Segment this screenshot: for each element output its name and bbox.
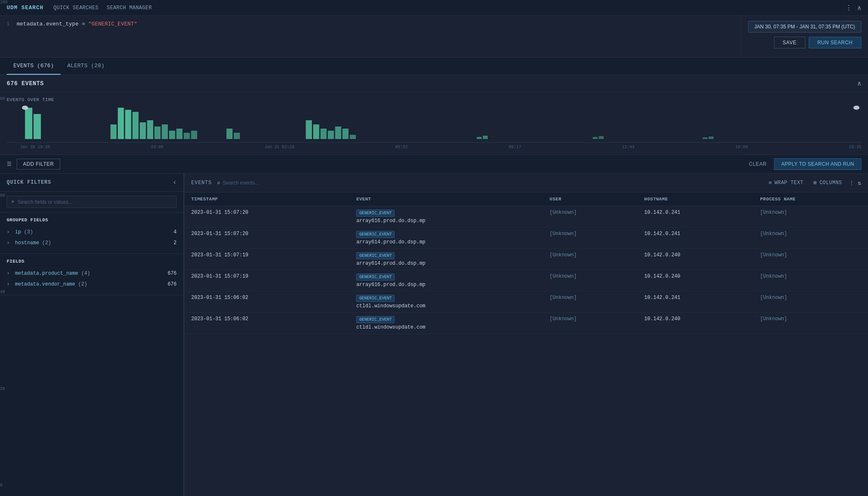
- main-content: QUICK FILTERS ‹ ⌕ GROUPED FIELDS › ip (3…: [0, 174, 868, 496]
- cell-hostname: 10.142.0.241: [638, 228, 753, 249]
- more-options-icon[interactable]: ⋮: [845, 4, 852, 12]
- chart-x-label-3: 05:52: [395, 145, 408, 149]
- svg-rect-27: [703, 137, 708, 139]
- nav-search-manager[interactable]: SEARCH MANAGER: [107, 5, 152, 11]
- quick-filters-panel: QUICK FILTERS ‹ ⌕ GROUPED FIELDS › ip (3…: [0, 174, 184, 496]
- nav-quick-searches[interactable]: QUICK SEARCHES: [53, 5, 99, 11]
- table-row[interactable]: 2023-01-31 15:06:02 GENERIC_EVENT ctldl.…: [185, 291, 868, 313]
- cell-process-name: [Unknown]: [753, 270, 868, 291]
- event-hostname: array614.prod.do.dsp.mp: [356, 261, 425, 266]
- fields-search-icon: ⌕: [11, 199, 14, 205]
- cell-user: [Unknown]: [543, 206, 638, 228]
- grouped-field-ip[interactable]: › ip (3) 4: [7, 227, 177, 238]
- svg-rect-17: [313, 124, 319, 139]
- svg-rect-28: [709, 137, 714, 139]
- tab-events[interactable]: EVENTS (676): [7, 58, 61, 75]
- cell-event: GENERIC_EVENT array616.prod.do.dsp.mp: [349, 206, 543, 228]
- tab-alerts[interactable]: ALERTS (20): [61, 58, 111, 75]
- cell-hostname: 10.142.0.240: [638, 249, 753, 270]
- cell-process-name: [Unknown]: [753, 313, 868, 334]
- table-more-icon[interactable]: ⋮: [849, 180, 855, 187]
- event-badge: GENERIC_EVENT: [356, 295, 395, 302]
- chart-y-label-60: 60: [0, 193, 8, 198]
- table-row[interactable]: 2023-01-31 15:06:02 GENERIC_EVENT ctldl.…: [185, 313, 868, 334]
- svg-rect-9: [162, 124, 168, 139]
- quick-filters-collapse-icon[interactable]: ‹: [172, 179, 177, 186]
- event-badge: GENERIC_EVENT: [356, 316, 395, 323]
- field-vendor-name[interactable]: › metadata.vendor_name (2) 676: [7, 279, 177, 290]
- svg-rect-11: [176, 129, 182, 139]
- quick-filters-title: QUICK FILTERS: [7, 180, 51, 185]
- col-event: EVENT: [349, 192, 543, 206]
- cell-process-name: [Unknown]: [753, 228, 868, 249]
- event-badge: GENERIC_EVENT: [356, 252, 395, 259]
- chart-label: EVENTS OVER TIME: [7, 97, 861, 102]
- wrap-text-button[interactable]: ≡ WRAP TEXT: [765, 178, 807, 188]
- columns-label: COLUMNS: [820, 180, 842, 186]
- cell-timestamp: 2023-01-31 15:07:19: [185, 270, 349, 291]
- svg-rect-16: [306, 120, 312, 139]
- col-timestamp: TIMESTAMP: [185, 192, 349, 206]
- table-row[interactable]: 2023-01-31 15:07:19 GENERIC_EVENT array6…: [185, 249, 868, 270]
- events-count-title: 676 EVENTS: [7, 80, 44, 87]
- col-hostname: HOSTNAME: [638, 192, 753, 206]
- events-table-area: EVENTS ⌕ ≡ WRAP TEXT ⊞ COLUMNS ⋮ ⇅: [185, 174, 868, 496]
- query-line-number: 1: [7, 21, 13, 27]
- run-search-button[interactable]: RUN SEARCH: [809, 37, 861, 48]
- columns-button[interactable]: ⊞ COLUMNS: [810, 178, 845, 188]
- app-title: UDM SEARCH: [7, 5, 43, 11]
- wrap-text-label: WRAP TEXT: [774, 180, 803, 186]
- svg-rect-26: [599, 136, 604, 139]
- cell-user: [Unknown]: [543, 291, 638, 313]
- cell-process-name: [Unknown]: [753, 291, 868, 313]
- svg-rect-10: [169, 131, 175, 139]
- chart-y-label-80: 80: [0, 96, 8, 101]
- collapse-icon[interactable]: ∧: [857, 4, 861, 12]
- table-row[interactable]: 2023-01-31 15:07:20 GENERIC_EVENT array6…: [185, 206, 868, 228]
- add-filter-button[interactable]: ADD FILTER: [17, 159, 60, 170]
- col-process-name: PROCESS NAME: [753, 192, 868, 206]
- save-button[interactable]: SAVE: [774, 37, 805, 48]
- product-name-field: metadata.product_name (4): [15, 271, 164, 276]
- svg-rect-24: [483, 136, 488, 139]
- chart-x-label-0: Jan 30 19:35: [20, 145, 50, 149]
- field-product-name[interactable]: › metadata.product_name (4) 676: [7, 268, 177, 279]
- cell-timestamp: 2023-01-31 15:06:02: [185, 313, 349, 334]
- cell-user: [Unknown]: [543, 270, 638, 291]
- chart-y-label-40: 40: [0, 290, 8, 294]
- sort-icon[interactable]: ⇅: [858, 180, 861, 187]
- events-table-label: EVENTS: [191, 180, 212, 186]
- date-range-button[interactable]: JAN 30, 07:35 PM - JAN 31, 07:35 PM (UTC…: [748, 21, 861, 33]
- query-value: "GENERIC_EVENT": [89, 21, 137, 27]
- cell-timestamp: 2023-01-31 15:07:20: [185, 206, 349, 228]
- events-section-header: 676 EVENTS ∧: [0, 75, 868, 92]
- query-area[interactable]: 1 metadata.event_type = "GENERIC_EVENT": [0, 16, 741, 57]
- tabs-bar: EVENTS (676) ALERTS (20): [0, 58, 868, 75]
- events-data-table: TIMESTAMP EVENT USER HOSTNAME PROCESS NA…: [185, 192, 868, 334]
- apply-to-search-button[interactable]: APPLY TO SEARCH AND RUN: [774, 158, 861, 170]
- grouped-fields-title: GROUPED FIELDS: [7, 218, 177, 223]
- chart-y-label-100: 100: [0, 0, 8, 5]
- chart-y-label-0: 0: [0, 483, 8, 488]
- cell-event: GENERIC_EVENT array614.prod.do.dsp.mp: [349, 249, 543, 270]
- event-badge: GENERIC_EVENT: [356, 273, 395, 281]
- chart-container: EVENTS OVER TIME 100 80 60 40 20 0: [0, 92, 868, 155]
- fields-search-wrapper[interactable]: ⌕: [7, 196, 177, 208]
- hostname-field-count: 2: [174, 240, 177, 246]
- table-wrapper: TIMESTAMP EVENT USER HOSTNAME PROCESS NA…: [185, 192, 868, 496]
- events-collapse-icon[interactable]: ∧: [857, 79, 861, 88]
- events-chart: [7, 106, 861, 143]
- table-row[interactable]: 2023-01-31 15:07:19 GENERIC_EVENT array6…: [185, 270, 868, 291]
- fields-search-input[interactable]: [18, 199, 172, 205]
- product-name-count: 676: [167, 271, 177, 276]
- vendor-name-field: metadata.vendor_name (2): [15, 281, 164, 287]
- cell-hostname: 10.142.0.240: [638, 313, 753, 334]
- svg-rect-0: [25, 108, 33, 139]
- svg-rect-22: [350, 135, 356, 139]
- clear-button[interactable]: CLEAR: [745, 159, 771, 170]
- grouped-field-hostname[interactable]: › hostname (2) 2: [7, 238, 177, 248]
- event-hostname: array614.prod.do.dsp.mp: [356, 239, 425, 245]
- events-search-input[interactable]: [223, 180, 760, 186]
- events-table-header: EVENTS ⌕ ≡ WRAP TEXT ⊞ COLUMNS ⋮ ⇅: [185, 174, 868, 192]
- table-row[interactable]: 2023-01-31 15:07:20 GENERIC_EVENT array6…: [185, 228, 868, 249]
